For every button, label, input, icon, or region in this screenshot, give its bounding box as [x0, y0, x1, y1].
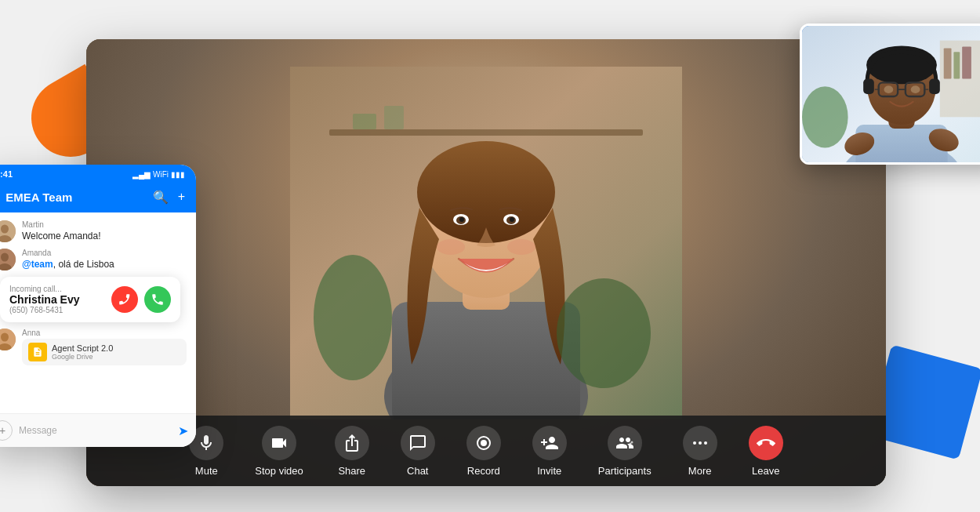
message-text: @team, olá de Lisboa: [22, 259, 187, 270]
invite-label: Invite: [537, 465, 561, 477]
svg-rect-37: [863, 78, 874, 94]
call-action-buttons: [111, 286, 171, 313]
pip-video-container: [800, 24, 980, 165]
svg-rect-3: [384, 106, 404, 129]
message-sender: Martin: [22, 220, 187, 229]
message-body: , olá de Lisboa: [53, 259, 114, 270]
record-label: Record: [467, 465, 500, 477]
mobile-chat-panel: 9:41 ▂▄▆ WiFi ▮▮▮ ‹ EMEA Team 🔍 +: [0, 165, 196, 447]
participants-icon: [608, 426, 642, 460]
caller-number: (650) 768-5431: [9, 306, 105, 314]
message-item: Amanda @team, olá de Lisboa: [0, 249, 187, 271]
caller-name: Christina Evy: [9, 293, 105, 306]
chat-messages: Martin Welcome Amanda! Amanda @team, olá…: [0, 212, 196, 413]
avatar: [0, 329, 16, 350]
svg-point-45: [911, 85, 920, 93]
leave-button[interactable]: Leave: [736, 419, 796, 483]
share-label: Share: [338, 465, 365, 477]
message-item: Martin Welcome Amanda!: [0, 220, 187, 242]
incoming-call-label: Incoming call...: [9, 285, 105, 293]
file-message: Anna Agent Script 2.0 Google Drive: [0, 329, 187, 369]
svg-point-14: [510, 217, 514, 222]
decline-call-button[interactable]: [111, 286, 138, 313]
accept-call-button[interactable]: [144, 286, 171, 313]
battery-icon: ▮▮▮: [171, 170, 185, 179]
status-time: 9:41: [0, 169, 13, 179]
participants-button[interactable]: Participants: [586, 419, 664, 483]
svg-point-49: [1, 225, 9, 234]
chat-label: Chat: [407, 465, 428, 477]
participants-label: Participants: [598, 465, 652, 477]
header-actions: 🔍 +: [153, 190, 185, 205]
record-button[interactable]: Record: [454, 419, 514, 483]
stop-video-button[interactable]: Stop video: [242, 419, 315, 483]
video-call-container: Mute Stop video Share: [86, 39, 886, 486]
status-bar: 9:41 ▂▄▆ WiFi ▮▮▮: [0, 165, 196, 183]
status-icons: ▂▄▆ WiFi ▮▮▮: [132, 170, 185, 179]
svg-point-22: [630, 441, 633, 443]
file-name: Agent Script 2.0: [52, 343, 113, 353]
svg-point-55: [1, 333, 9, 342]
avatar: [0, 249, 16, 271]
message-sender: Amanda: [22, 249, 187, 257]
svg-rect-30: [962, 46, 971, 78]
invite-icon: [532, 426, 567, 460]
svg-point-25: [704, 441, 707, 445]
svg-point-20: [481, 440, 487, 446]
svg-point-16: [507, 239, 535, 255]
chat-button[interactable]: Chat: [388, 419, 448, 483]
file-attachment: Agent Script 2.0 Google Drive: [22, 339, 187, 365]
svg-point-15: [437, 239, 465, 255]
more-icon: [683, 426, 717, 460]
chat-icon: [401, 426, 435, 460]
stop-video-label: Stop video: [255, 465, 303, 477]
avatar: [0, 220, 16, 242]
call-info: Incoming call... Christina Evy (650) 768…: [9, 285, 105, 314]
add-member-icon[interactable]: +: [178, 190, 185, 205]
pip-participant-video: [802, 26, 980, 162]
send-message-button[interactable]: ➤: [178, 423, 188, 438]
file-type-icon: [28, 343, 47, 361]
svg-point-52: [1, 253, 9, 262]
svg-point-17: [314, 255, 392, 380]
main-participant-video: [290, 67, 682, 419]
svg-point-13: [459, 217, 464, 222]
share-button[interactable]: Share: [322, 419, 382, 483]
signal-icon: ▂▄▆: [132, 170, 151, 179]
mute-label: Mute: [195, 465, 218, 477]
message-sender: Anna: [22, 329, 187, 337]
add-attachment-button[interactable]: +: [0, 420, 13, 441]
message-input[interactable]: Message: [19, 425, 172, 436]
chat-header: ‹ EMEA Team 🔍 +: [0, 183, 196, 212]
svg-rect-2: [353, 114, 376, 129]
more-button[interactable]: More: [670, 419, 730, 483]
message-text: Welcome Amanda!: [22, 231, 187, 241]
message-placeholder: Message: [19, 425, 57, 436]
file-details: Agent Script 2.0 Google Drive: [52, 343, 113, 361]
svg-point-31: [802, 86, 848, 147]
svg-point-44: [884, 85, 894, 93]
mention-text: @team: [22, 259, 53, 270]
message-input-bar: + Message ➤: [0, 413, 196, 447]
search-icon[interactable]: 🔍: [153, 190, 169, 205]
svg-rect-1: [329, 129, 643, 136]
svg-rect-28: [944, 48, 952, 78]
record-icon: [466, 426, 501, 460]
stop-video-icon: [262, 426, 296, 460]
leave-label: Leave: [752, 465, 779, 477]
invite-button[interactable]: Invite: [520, 419, 579, 483]
svg-point-24: [699, 441, 702, 445]
share-icon: [335, 426, 369, 460]
call-toolbar: Mute Stop video Share: [86, 416, 886, 486]
message-content: Amanda @team, olá de Lisboa: [22, 249, 187, 270]
svg-rect-29: [953, 52, 960, 78]
chat-title: EMEA Team: [5, 191, 146, 204]
message-content: Anna Agent Script 2.0 Google Drive: [22, 329, 187, 365]
leave-icon: [749, 426, 783, 460]
incoming-call-notification: Incoming call... Christina Evy (650) 768…: [0, 277, 180, 322]
svg-point-18: [557, 278, 651, 388]
message-content: Martin Welcome Amanda!: [22, 220, 187, 241]
file-source: Google Drive: [52, 353, 113, 361]
wifi-icon: WiFi: [153, 170, 169, 179]
svg-rect-38: [929, 78, 940, 94]
